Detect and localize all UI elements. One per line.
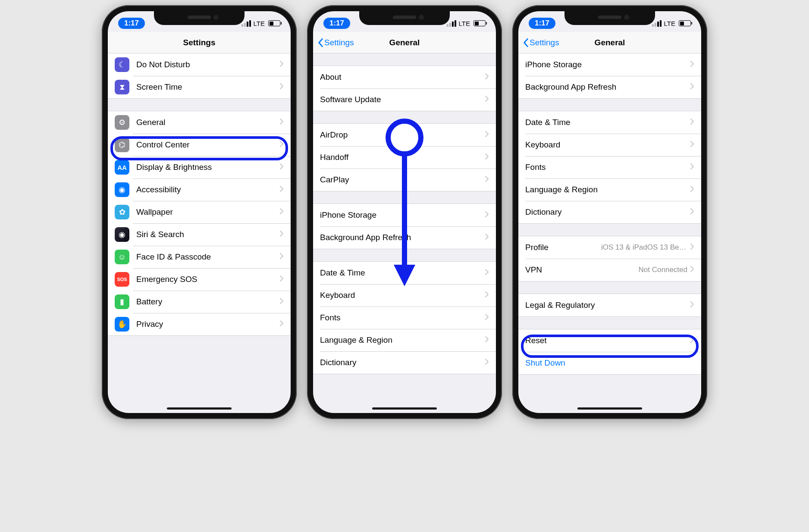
chevron-right-icon [690, 185, 694, 194]
row-detail: iOS 13 & iPadOS 13 Beta Softwar... [601, 243, 687, 252]
settings-row[interactable]: Fonts [313, 307, 496, 329]
row-label: Do Not Disturb [136, 60, 279, 69]
chevron-right-icon [279, 208, 284, 216]
home-indicator[interactable] [372, 407, 437, 410]
settings-group: Legal & Regulatory [518, 294, 701, 317]
chevron-right-icon [485, 291, 489, 300]
row-label: Control Center [136, 140, 279, 150]
back-button[interactable]: Settings [317, 32, 354, 53]
chevron-right-icon [690, 208, 694, 216]
settings-group: Date & TimeKeyboardFontsLanguage & Regio… [313, 261, 496, 374]
settings-group: ☾Do Not Disturb⧗Screen Time [108, 53, 291, 99]
carrier-label: LTE [664, 20, 675, 27]
settings-row[interactable]: Software Update [313, 88, 496, 111]
settings-row[interactable]: AADisplay & Brightness [108, 156, 291, 178]
settings-row[interactable]: ⚙︎General [108, 111, 291, 134]
hand-icon: ✋ [115, 317, 129, 332]
row-label: Software Update [320, 95, 485, 104]
faceid-icon: ☺ [115, 250, 129, 264]
settings-row[interactable]: VPNNot Connected [518, 259, 701, 281]
settings-row[interactable]: Background App Refresh [518, 76, 701, 98]
row-label: General [136, 118, 279, 127]
chevron-right-icon [690, 141, 694, 149]
chevron-right-icon [485, 131, 489, 139]
row-label: Keyboard [525, 140, 690, 150]
settings-row[interactable]: Handoff [313, 146, 496, 169]
chevron-right-icon [485, 73, 489, 81]
settings-row[interactable]: Dictionary [518, 201, 701, 223]
notch [564, 11, 655, 25]
row-label: Shut Down [525, 358, 694, 368]
chevron-right-icon [485, 358, 489, 367]
settings-row[interactable]: Background App Refresh [313, 226, 496, 249]
back-button[interactable]: Settings [523, 32, 559, 53]
settings-row[interactable]: ⧗Screen Time [108, 76, 291, 98]
settings-row[interactable]: iPhone Storage [518, 53, 701, 76]
nav-title: Settings [183, 38, 216, 47]
settings-row[interactable]: Dictionary [313, 351, 496, 374]
content-area[interactable]: ☾Do Not Disturb⧗Screen Time⚙︎General⌬Con… [108, 53, 291, 413]
settings-row[interactable]: Shut Down [518, 352, 701, 374]
chevron-right-icon [690, 163, 694, 172]
chevron-right-icon [690, 60, 694, 69]
chevron-right-icon [690, 83, 694, 91]
settings-row[interactable]: Reset [518, 329, 701, 352]
settings-row[interactable]: CarPlay [313, 169, 496, 191]
content-area[interactable]: AboutSoftware UpdateAirDropHandoffCarPla… [313, 53, 496, 413]
settings-row[interactable]: ◉Accessibility [108, 178, 291, 201]
row-label: Accessibility [136, 185, 279, 194]
row-label: Siri & Search [136, 230, 279, 239]
chevron-right-icon [690, 118, 694, 127]
chevron-right-icon [279, 185, 284, 194]
settings-row[interactable]: ☺Face ID & Passcode [108, 246, 291, 268]
chevron-right-icon [279, 297, 284, 306]
settings-row[interactable]: SOSEmergency SOS [108, 268, 291, 291]
row-label: Face ID & Passcode [136, 252, 279, 262]
settings-row[interactable]: ✋Privacy [108, 313, 291, 335]
nav-title: General [389, 38, 420, 47]
settings-row[interactable]: iPhone Storage [313, 204, 496, 226]
chevron-right-icon [279, 253, 284, 261]
row-label: iPhone Storage [320, 210, 485, 220]
settings-group: iPhone StorageBackground App Refresh [313, 203, 496, 249]
settings-row[interactable]: ◉Siri & Search [108, 223, 291, 246]
settings-row[interactable]: Date & Time [518, 111, 701, 134]
settings-row[interactable]: ProfileiOS 13 & iPadOS 13 Beta Softwar..… [518, 236, 701, 259]
row-label: AirDrop [320, 130, 485, 140]
row-label: Reset [525, 336, 690, 345]
settings-row[interactable]: Keyboard [313, 284, 496, 307]
chevron-left-icon [317, 38, 323, 47]
settings-row[interactable]: Language & Region [313, 329, 496, 351]
content-area[interactable]: iPhone StorageBackground App RefreshDate… [518, 53, 701, 413]
settings-group: ⚙︎General⌬Control CenterAADisplay & Brig… [108, 111, 291, 336]
settings-row[interactable]: Date & Time [313, 262, 496, 284]
chevron-left-icon [523, 38, 529, 47]
row-label: About [320, 72, 485, 82]
moon-icon: ☾ [115, 57, 129, 72]
settings-row[interactable]: AirDrop [313, 124, 496, 146]
back-label: Settings [530, 38, 559, 47]
settings-row[interactable]: ▮Battery [108, 291, 291, 313]
settings-row[interactable]: Keyboard [518, 134, 701, 156]
settings-row[interactable]: ✿Wallpaper [108, 201, 291, 223]
settings-row[interactable]: ☾Do Not Disturb [108, 53, 291, 76]
row-label: Privacy [136, 319, 279, 329]
chevron-right-icon [279, 320, 284, 329]
settings-row[interactable]: Legal & Regulatory [518, 294, 701, 316]
settings-row[interactable]: About [313, 66, 496, 88]
toggles-icon: ⌬ [115, 138, 129, 152]
row-label: CarPlay [320, 175, 485, 185]
flower-icon: ✿ [115, 205, 129, 219]
chevron-right-icon [485, 269, 489, 277]
home-indicator[interactable] [167, 407, 232, 410]
settings-row[interactable]: Language & Region [518, 178, 701, 201]
row-label: Language & Region [320, 335, 485, 345]
row-label: Screen Time [136, 82, 279, 92]
chevron-right-icon [279, 163, 284, 172]
notch [359, 11, 450, 25]
row-label: Display & Brightness [136, 163, 279, 172]
chevron-right-icon [485, 336, 489, 344]
settings-row[interactable]: Fonts [518, 156, 701, 178]
settings-row[interactable]: ⌬Control Center [108, 134, 291, 156]
home-indicator[interactable] [577, 407, 642, 410]
